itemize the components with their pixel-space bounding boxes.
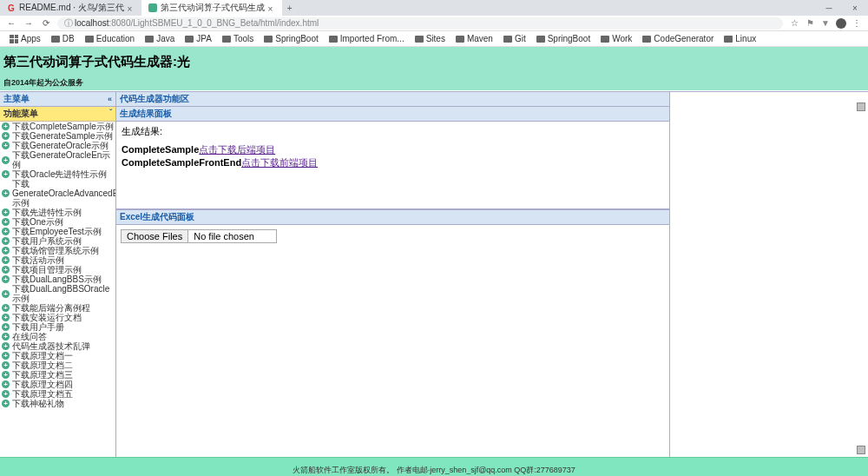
right-panel: [670, 92, 868, 457]
project-name: CompleteSample: [122, 144, 199, 155]
bookmark-folder[interactable]: Education: [81, 34, 139, 43]
plus-icon: +: [2, 170, 10, 178]
sidebar-item-label: 下载原理文档三: [12, 370, 73, 380]
extension-icon[interactable]: ⚑: [804, 17, 816, 30]
apps-shortcut[interactable]: Apps: [5, 34, 45, 43]
forward-button[interactable]: →: [23, 17, 35, 30]
bookmark-folder[interactable]: Java: [141, 34, 179, 43]
extension-icon[interactable]: ▼: [819, 17, 832, 30]
sidebar-item-label: 下载GenerateOracleAdvancedEn示例: [12, 179, 115, 208]
sidebar-item[interactable]: +下载GenerateSample示例: [0, 131, 115, 141]
bookmark-folder[interactable]: SpringBoot: [532, 34, 595, 43]
sidebar-item[interactable]: +代码生成器技术乱弹: [0, 341, 115, 351]
site-info-icon[interactable]: ⓘ: [64, 17, 73, 30]
sidebar-item[interactable]: +下载GenerateOracleAdvancedEn示例: [0, 179, 115, 208]
sidebar-item[interactable]: +下载项目管理示例: [0, 265, 115, 274]
result-body: 生成结果: CompleteSample点击下载后端项目 CompleteSam…: [116, 122, 669, 208]
sidebar-item[interactable]: +下载GenerateOracle示例: [0, 141, 115, 150]
address-bar[interactable]: ⓘ localhost:8080/LightSBMEU_1_0_0_BNG_Be…: [57, 17, 783, 30]
file-input[interactable]: Choose Files No file chosen: [121, 229, 277, 243]
sidebar-item[interactable]: +下载DualLangBBS示例: [0, 274, 115, 284]
sidebar-item[interactable]: +下载安装运行文档: [0, 313, 115, 322]
sidebar-item[interactable]: +下载原理文档二: [0, 360, 115, 370]
download-frontend-link[interactable]: 点击下载前端项目: [241, 157, 318, 168]
sidebar-item[interactable]: +下载DualLangBBSOracle示例: [0, 284, 115, 303]
sidebar-item[interactable]: +下载神秘礼物: [0, 399, 115, 408]
minimize-button[interactable]: ─: [816, 0, 842, 16]
new-tab-button[interactable]: +: [282, 3, 298, 13]
sidebar-item[interactable]: +下载Oracle先进特性示例: [0, 169, 115, 179]
sidebar-item[interactable]: +下载场馆管理系统示例: [0, 246, 115, 255]
download-backend-link[interactable]: 点击下载后端项目: [199, 144, 275, 155]
main-area: 代码生成器功能区 生成结果面板 生成结果: CompleteSample点击下载…: [116, 92, 868, 457]
plus-icon: +: [2, 361, 10, 369]
menu-icon[interactable]: ⋮: [851, 17, 863, 30]
sidebar-item-label: 在线问答: [12, 332, 47, 341]
bookmark-folder[interactable]: CodeGenerator: [638, 34, 718, 43]
choose-files-button[interactable]: Choose Files: [122, 230, 188, 242]
sidebar-item[interactable]: +下载活动示例: [0, 255, 115, 265]
sidebar-item[interactable]: +下载原理文档三: [0, 370, 115, 380]
sidebar-item[interactable]: +在线问答: [0, 332, 115, 341]
collapse-icon[interactable]: ˇ: [109, 108, 112, 120]
sidebar-item[interactable]: +下载One示例: [0, 217, 115, 227]
plus-icon: +: [2, 142, 10, 149]
bookmark-folder[interactable]: Git: [499, 34, 530, 43]
sidebar-item[interactable]: +下载GenerateOracleEn示例: [0, 150, 115, 169]
close-button[interactable]: ×: [842, 0, 868, 16]
folder-icon: [724, 36, 733, 43]
func-menu-header[interactable]: 功能菜单 ˇ: [0, 107, 115, 122]
sidebar-item[interactable]: +下载先进特性示例: [0, 208, 115, 217]
bookmark-folder[interactable]: Imported From...: [325, 34, 409, 43]
folder-icon: [185, 36, 194, 43]
scroll-up-button[interactable]: [857, 102, 865, 111]
scroll-down-button[interactable]: [857, 446, 865, 454]
bookmark-folder[interactable]: Linux: [720, 34, 760, 43]
bookmark-folder[interactable]: Sites: [411, 34, 450, 43]
bookmark-folder[interactable]: DB: [47, 34, 79, 43]
browser-tab-active[interactable]: 第三代动词算子式代码生成 ×: [141, 0, 282, 16]
browser-tab-inactive[interactable]: G README.md · 火鸟/第三代 ×: [0, 0, 141, 16]
plus-icon: +: [2, 189, 10, 197]
plus-icon: +: [2, 156, 10, 164]
content-area: 主菜单 « 功能菜单 ˇ +下载CompleteSample示例+下载Gener…: [0, 91, 868, 457]
sidebar-item-label: 下载项目管理示例: [12, 265, 82, 274]
page-header: 第三代动词算子式代码生成器:光 自2014年起为公众服务: [0, 47, 868, 90]
folder-icon: [415, 36, 424, 43]
collapse-icon[interactable]: «: [108, 95, 112, 103]
profile-icon[interactable]: [835, 17, 847, 30]
back-button[interactable]: ←: [5, 17, 17, 30]
bookmark-folder[interactable]: SpringBoot: [260, 34, 322, 43]
sidebar-item[interactable]: +下载用户系统示例: [0, 236, 115, 246]
sidebar-item-label: 代码生成器技术乱弹: [12, 341, 90, 351]
sidebar-item[interactable]: +下载EmployeeTest示例: [0, 227, 115, 236]
plus-icon: +: [2, 132, 10, 140]
bookmark-folder[interactable]: Maven: [451, 34, 497, 43]
sidebar-item[interactable]: +下载能后端分离例程: [0, 303, 115, 313]
sidebar-item-label: 下载DualLangBBS示例: [12, 274, 102, 284]
bookmarks-bar: Apps DB Education Java JPA Tools SpringB…: [0, 31, 868, 47]
browser-tab-strip: G README.md · 火鸟/第三代 × 第三代动词算子式代码生成 × + …: [0, 0, 868, 16]
sidebar-item[interactable]: +下载原理文档四: [0, 380, 115, 389]
sidebar-item[interactable]: +下载原理文档五: [0, 389, 115, 399]
reload-button[interactable]: ⟳: [40, 17, 52, 30]
close-icon[interactable]: ×: [268, 4, 275, 11]
bookmark-folder[interactable]: Tools: [218, 34, 258, 43]
sidebar-item-label: 下载GenerateOracle示例: [12, 141, 108, 150]
bookmark-folder[interactable]: JPA: [181, 34, 216, 43]
plus-icon: +: [2, 371, 10, 379]
extension-icon[interactable]: ☆: [788, 17, 800, 30]
window-controls: ─ ×: [816, 0, 868, 16]
sidebar-item-label: 下载活动示例: [12, 255, 64, 265]
close-icon[interactable]: ×: [128, 4, 135, 11]
main-menu-header[interactable]: 主菜单 «: [0, 92, 115, 107]
folder-icon: [145, 36, 154, 43]
bookmark-folder[interactable]: Work: [596, 34, 636, 43]
sidebar-item[interactable]: +下载原理文档一: [0, 351, 115, 360]
plus-icon: +: [2, 390, 10, 398]
url-host: localhost: [75, 18, 108, 28]
url-bar: ← → ⟳ ⓘ localhost:8080/LightSBMEU_1_0_0_…: [0, 16, 868, 31]
file-status: No file chosen: [188, 230, 276, 242]
sidebar-item[interactable]: +下载用户手册: [0, 322, 115, 332]
sidebar-item[interactable]: +下载CompleteSample示例: [0, 122, 115, 131]
